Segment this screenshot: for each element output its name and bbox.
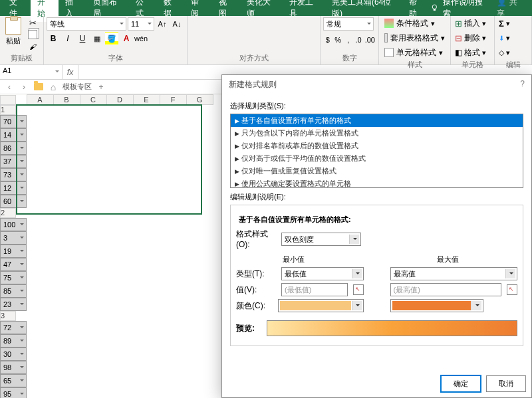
format-style-label: 格式样式(O): (236, 229, 277, 249)
max-ref-picker[interactable] (507, 284, 517, 295)
dec-decimal-button[interactable]: .00 (364, 33, 376, 47)
share-button[interactable]: 👤 共享 (490, 0, 529, 22)
format-style-select[interactable]: 双色刻度 (281, 233, 361, 246)
min-type-select[interactable]: 最低值 (281, 267, 364, 280)
rule-type-item[interactable]: 仅对高于或低于平均值的数值设置格式 (231, 152, 523, 165)
cell[interactable]: 89 (0, 334, 27, 348)
format-painter-button[interactable] (27, 41, 39, 52)
percent-button[interactable]: % (333, 33, 342, 47)
decrease-font-button[interactable]: A↓ (170, 17, 184, 31)
col-header[interactable]: C (80, 95, 106, 105)
max-color-select[interactable] (390, 299, 483, 312)
rule-type-item[interactable]: 基于各自值设置所有单元格的格式 (231, 114, 523, 127)
copy-button[interactable] (27, 29, 39, 40)
svg-rect-1 (434, 9, 436, 11)
min-color-select[interactable] (278, 299, 364, 312)
col-header[interactable]: G (186, 95, 213, 105)
cell[interactable]: 30 (0, 348, 27, 361)
col-header[interactable]: A (27, 95, 53, 105)
font-color-button[interactable]: A (120, 32, 133, 45)
inc-decimal-button[interactable]: .0 (354, 33, 362, 47)
cell-style-button[interactable]: 单元格样式 ▾ (382, 47, 448, 58)
border-button[interactable]: ▦ (90, 32, 104, 45)
cell[interactable]: 19 (0, 245, 27, 258)
cell[interactable]: 70 (0, 115, 27, 128)
cancel-button[interactable]: 取消 (486, 375, 526, 392)
folder-button[interactable] (33, 82, 44, 92)
cell[interactable]: 100 (0, 218, 27, 231)
underline-button[interactable]: U (76, 32, 89, 45)
cell[interactable]: 86 (0, 142, 27, 155)
font-name-select[interactable]: 等线 (47, 17, 126, 31)
min-value-input[interactable]: (最低值) (281, 283, 348, 296)
back-icon[interactable]: ‹ (4, 82, 15, 92)
insert-cells-button[interactable]: 插入 ▾ (454, 17, 491, 29)
template-tab[interactable]: 模板专区 (63, 82, 92, 92)
conditional-format-button[interactable]: 条件格式 ▾ (382, 17, 448, 29)
cell[interactable]: 65 (0, 374, 27, 387)
select-all[interactable] (0, 95, 16, 105)
paste-button[interactable]: 粘贴 (3, 17, 24, 52)
add-tab-button[interactable]: + (96, 82, 106, 92)
col-header[interactable]: F (160, 95, 186, 105)
cell[interactable]: 12 (0, 181, 27, 195)
max-value-input[interactable]: (最高值) (390, 283, 502, 296)
paste-label: 粘贴 (6, 36, 21, 46)
cell[interactable]: 23 (0, 298, 27, 311)
cell[interactable]: 85 (0, 284, 27, 298)
group-clipboard-label: 剪贴板 (3, 52, 41, 64)
currency-button[interactable]: $ (323, 33, 332, 47)
cell[interactable]: 37 (0, 155, 27, 168)
number-format-select[interactable]: 常规 (323, 17, 374, 31)
dialog-help-button[interactable]: ? (520, 79, 525, 90)
row-header[interactable]: 3 (0, 311, 16, 321)
group-number-label: 数字 (323, 52, 376, 64)
font-size-select[interactable]: 11 (128, 17, 154, 31)
cell[interactable]: 75 (0, 271, 27, 284)
phonetic-button[interactable]: wén (134, 32, 148, 45)
italic-button[interactable]: I (61, 32, 74, 45)
rule-type-item[interactable]: 仅对唯一值或重复值设置格式 (231, 165, 523, 177)
cell[interactable]: 98 (0, 361, 27, 374)
cell[interactable]: 72 (0, 321, 27, 334)
rule-type-item[interactable]: 仅对排名靠前或靠后的数值设置格式 (231, 140, 523, 152)
row-header[interactable]: 2 (0, 208, 16, 218)
col-header[interactable]: B (53, 95, 80, 105)
cell[interactable]: 47 (0, 258, 27, 271)
increase-font-button[interactable]: A↑ (156, 17, 169, 31)
cell[interactable]: 95 (0, 387, 27, 399)
clear-button[interactable]: ▾ (497, 47, 529, 58)
row-header[interactable]: 1 (0, 105, 16, 115)
name-box[interactable]: A1 (0, 65, 63, 79)
home-button[interactable] (48, 82, 59, 92)
min-ref-picker[interactable] (353, 284, 364, 295)
max-type-select[interactable]: 最高值 (390, 267, 518, 280)
col-header[interactable]: D (106, 95, 133, 105)
cell[interactable]: 60 (0, 195, 27, 208)
cell[interactable]: 3 (0, 231, 27, 245)
rule-type-list[interactable]: 基于各自值设置所有单元格的格式只为包含以下内容的单元格设置格式仅对排名靠前或靠后… (230, 114, 523, 188)
cell[interactable]: 14 (0, 128, 27, 142)
forward-icon[interactable]: › (19, 82, 29, 92)
cell-style-icon (384, 48, 394, 57)
ribbon: 粘贴 剪贴板 等线 11 A↑ A↓ B I U ▦ 🪣 A (0, 16, 532, 65)
ok-button[interactable]: 确定 (441, 375, 481, 392)
fill-button[interactable]: ▾ (497, 32, 529, 44)
cut-button[interactable] (27, 17, 39, 28)
delete-cells-button[interactable]: 删除 ▾ (454, 32, 491, 44)
group-align-label: 对齐方式 (190, 52, 317, 64)
rule-type-item[interactable]: 使用公式确定要设置格式的单元格 (231, 177, 523, 188)
format-cells-button[interactable]: 格式 ▾ (454, 47, 491, 58)
fx-button[interactable]: fx (63, 65, 78, 79)
rule-subtitle: 基于各自值设置所有单元格的格式: (239, 215, 517, 225)
fill-color-button[interactable]: 🪣 (105, 32, 118, 45)
col-header[interactable]: E (133, 95, 160, 105)
bold-button[interactable]: B (47, 32, 60, 45)
rule-type-item[interactable]: 只为包含以下内容的单元格设置格式 (231, 127, 523, 140)
clipboard-icon (5, 17, 21, 35)
dialog-title: 新建格式规则 (229, 79, 277, 90)
comma-button[interactable]: , (344, 33, 352, 47)
cell[interactable]: 73 (0, 168, 27, 181)
bulb-icon (430, 3, 439, 13)
table-format-button[interactable]: 套用表格格式 ▾ (382, 32, 448, 44)
